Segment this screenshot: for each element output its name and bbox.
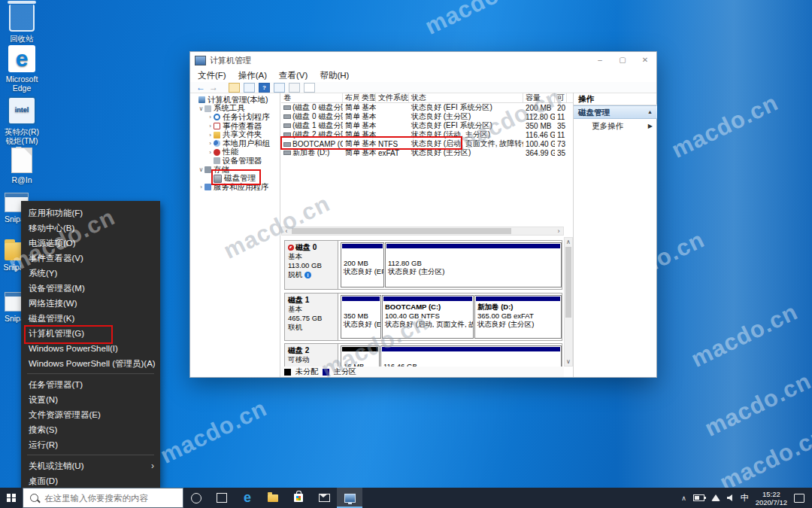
start-button[interactable] bbox=[0, 488, 23, 508]
menu-item-powershell-admin[interactable]: Windows PowerShell (管理员)(A) bbox=[21, 356, 160, 371]
menu-item-shutdown[interactable]: 关机或注销(U)› bbox=[21, 458, 160, 473]
speaker-icon[interactable] bbox=[727, 494, 734, 501]
menu-item-device-manager[interactable]: 设备管理器(M) bbox=[21, 281, 160, 296]
menu-file[interactable]: 文件(F) bbox=[198, 70, 226, 81]
menu-item-settings[interactable]: 设置(N) bbox=[21, 392, 160, 407]
search-input[interactable] bbox=[43, 493, 180, 503]
services-icon bbox=[205, 184, 211, 190]
horizontal-scrollbar[interactable]: ‹ › bbox=[281, 227, 564, 236]
show-action-pane-icon[interactable] bbox=[274, 83, 285, 93]
disk-2-unallocated[interactable]: 16 MB bbox=[341, 345, 380, 367]
minimize-button[interactable]: – bbox=[589, 52, 611, 68]
forward-icon[interactable]: → bbox=[209, 83, 218, 92]
file-explorer-button[interactable] bbox=[260, 488, 286, 508]
back-icon[interactable]: ← bbox=[196, 83, 205, 92]
desktop-icon-recycle-bin[interactable]: 回收站 bbox=[2, 5, 42, 43]
partition-color-bar bbox=[342, 297, 380, 301]
col-status[interactable]: 状态 bbox=[409, 93, 523, 102]
menu-action[interactable]: 操作(A) bbox=[238, 70, 267, 81]
menu-item-powershell[interactable]: Windows PowerShell(I) bbox=[21, 341, 160, 356]
taskbar-search[interactable] bbox=[23, 488, 183, 508]
store-button[interactable] bbox=[286, 488, 311, 508]
list-icon[interactable] bbox=[304, 83, 315, 93]
menu-item-file-explorer[interactable]: 文件资源管理器(E) bbox=[21, 407, 160, 422]
battery-icon[interactable] bbox=[693, 494, 704, 501]
expander-closed-icon[interactable]: › bbox=[207, 123, 214, 129]
col-type[interactable]: 类型 bbox=[359, 93, 376, 102]
scroll-down-icon[interactable]: ∨ bbox=[565, 358, 572, 365]
disk-2-partition-1[interactable]: 116.46 GB bbox=[380, 345, 562, 367]
expander-closed-icon[interactable]: › bbox=[207, 132, 214, 138]
export-icon[interactable] bbox=[229, 83, 240, 93]
desktop-icon-document[interactable]: R@In bbox=[2, 148, 42, 184]
expander-closed-icon[interactable]: › bbox=[207, 140, 214, 147]
menu-item-power-options[interactable]: 电源选项(O) bbox=[21, 236, 160, 251]
expander-closed-icon[interactable]: › bbox=[207, 114, 214, 120]
menu-item-disk-management[interactable]: 磁盘管理(K) bbox=[21, 311, 160, 326]
menu-item-network-connections[interactable]: 网络连接(W) bbox=[21, 296, 160, 311]
disk-0-label[interactable]: 磁盘 0 基本 113.00 GB 脱机i bbox=[285, 241, 338, 289]
menu-item-mobility-center[interactable]: 移动中心(B) bbox=[21, 221, 160, 236]
disk-1-partition-bootcamp[interactable]: BOOTCAMP (C:)100.40 GB NTFS状态良好 (启动, 页面文… bbox=[382, 295, 474, 339]
mail-button[interactable] bbox=[311, 488, 337, 508]
expander-open-icon[interactable]: ∨ bbox=[198, 105, 205, 112]
close-button[interactable]: ✕ bbox=[634, 52, 656, 68]
actions-disk-management[interactable]: 磁盘管理 ▲ bbox=[574, 105, 657, 119]
menu-item-run[interactable]: 运行(R) bbox=[21, 437, 160, 452]
volume-row[interactable]: 新加卷 (D:) 简单基本exFAT 状态良好 (主分区)364.99 GB35 bbox=[281, 148, 573, 157]
hidden-icons-chevron[interactable]: ∧ bbox=[681, 494, 686, 502]
volume-icon bbox=[283, 132, 291, 137]
computer-management-taskbar-button[interactable] bbox=[337, 488, 362, 508]
desktop-icon-intel-graphics[interactable]: intel 英特尔(R) 锐炬(TM) 显... bbox=[2, 96, 42, 154]
col-capacity[interactable]: 容量 bbox=[523, 93, 555, 102]
ime-indicator[interactable]: 中 bbox=[741, 492, 749, 503]
col-free[interactable]: 可 bbox=[555, 93, 567, 102]
disk-1-partition-efi[interactable]: 350 MB状态良好 (EFI bbox=[341, 295, 381, 339]
actions-more[interactable]: 更多操作 ▶ bbox=[574, 119, 657, 132]
menu-item-desktop[interactable]: 桌面(D) bbox=[21, 473, 160, 488]
desktop-icon-edge[interactable]: e Microsoft Edge bbox=[2, 45, 42, 93]
disk-1-label[interactable]: 磁盘 1 基本 465.75 GB 联机 bbox=[285, 294, 338, 340]
col-layout[interactable]: 布局 bbox=[343, 93, 359, 102]
col-filesystem[interactable]: 文件系统 bbox=[376, 93, 409, 102]
window-titlebar[interactable]: 计算机管理 – ▢ ✕ bbox=[190, 52, 656, 68]
scroll-right-icon[interactable]: › bbox=[554, 227, 563, 236]
maximize-button[interactable]: ▢ bbox=[611, 52, 634, 68]
menu-help[interactable]: 帮助(H) bbox=[320, 70, 349, 81]
menu-item-apps-features[interactable]: 应用和功能(F) bbox=[21, 205, 160, 221]
scrollbar-thumb[interactable] bbox=[565, 247, 571, 318]
balloon-icon[interactable] bbox=[289, 83, 300, 93]
clock[interactable]: 15:22 2020/7/12 bbox=[756, 490, 787, 506]
tree-item-services-applications[interactable]: ›服务和应用程序 bbox=[190, 183, 280, 192]
task-view-button[interactable] bbox=[209, 488, 235, 508]
partition-color-bar bbox=[383, 297, 472, 301]
menu-item-system[interactable]: 系统(Y) bbox=[21, 266, 160, 281]
expander-closed-icon[interactable]: › bbox=[207, 149, 214, 156]
info-icon[interactable]: i bbox=[304, 272, 311, 278]
help-icon[interactable]: ? bbox=[259, 83, 270, 93]
disk-1-partition-d[interactable]: 新加卷 (D:)365.00 GB exFAT状态良好 (主分区) bbox=[474, 295, 562, 339]
collapse-icon[interactable]: ▲ bbox=[647, 106, 653, 118]
expander-open-icon[interactable]: ∨ bbox=[198, 166, 205, 173]
wifi-icon[interactable] bbox=[711, 494, 720, 501]
vertical-scrollbar[interactable]: ∧ ∨ bbox=[564, 237, 573, 367]
disk-0-partition-2[interactable]: 112.80 GB状态良好 (主分区) bbox=[385, 242, 562, 287]
menu-item-computer-management[interactable]: 计算机管理(G) bbox=[21, 326, 160, 341]
scroll-left-icon[interactable]: ‹ bbox=[282, 227, 291, 236]
scrollbar-thumb[interactable] bbox=[292, 228, 511, 234]
expander-closed-icon[interactable]: › bbox=[198, 184, 205, 190]
tree-item-device-manager[interactable]: 设备管理器 bbox=[190, 157, 280, 166]
menu-view[interactable]: 查看(V) bbox=[279, 70, 308, 81]
cortana-button[interactable] bbox=[183, 488, 209, 508]
scroll-up-icon[interactable]: ∧ bbox=[565, 239, 572, 245]
disk-0-partition-1[interactable]: 200 MB状态良好 (EFI 系统分 bbox=[341, 242, 384, 287]
edge-taskbar-button[interactable]: e bbox=[235, 488, 260, 508]
menu-item-event-viewer[interactable]: 事件查看器(V) bbox=[21, 251, 160, 266]
show-console-tree-icon[interactable] bbox=[244, 83, 255, 93]
disk-2-label[interactable]: 磁盘 2 可移动 116.48 GB bbox=[285, 344, 338, 367]
action-center-icon[interactable] bbox=[794, 494, 804, 503]
menu-item-task-manager[interactable]: 任务管理器(T) bbox=[21, 377, 160, 392]
expand-icon[interactable]: ▶ bbox=[648, 120, 653, 133]
col-volume[interactable]: 卷 bbox=[281, 93, 343, 102]
menu-item-search[interactable]: 搜索(S) bbox=[21, 422, 160, 437]
